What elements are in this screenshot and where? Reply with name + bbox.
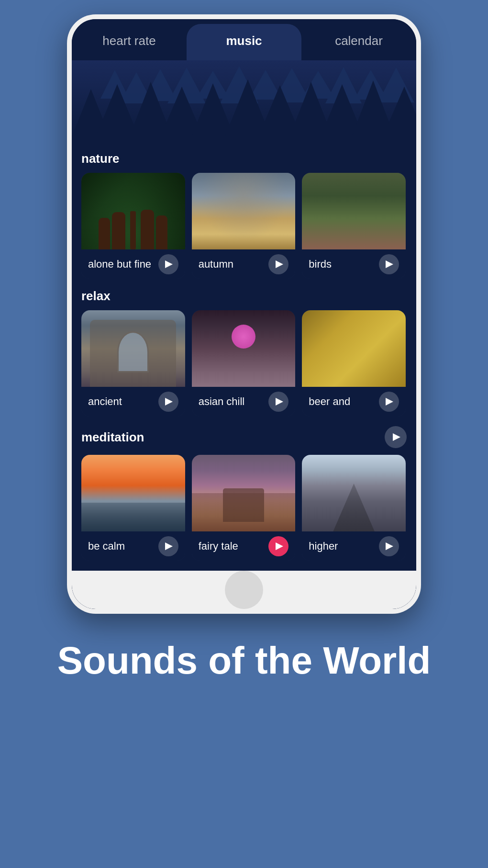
card-alone-but-fine[interactable]: alone but fine: [81, 173, 185, 279]
section-relax-title: relax: [81, 289, 407, 304]
card-alone-but-fine-footer: alone but fine: [81, 249, 185, 279]
card-fairy-tale[interactable]: fairy tale: [192, 455, 296, 561]
phone-screen: heart rate music calendar: [72, 19, 416, 609]
nature-cards-row: alone but fine autumn: [81, 173, 407, 279]
card-alone-but-fine-image: [81, 173, 185, 249]
card-fairy-tale-image: [192, 455, 296, 531]
play-button-higher[interactable]: [379, 536, 399, 556]
forest-silhouette: [72, 60, 416, 137]
section-meditation-title: meditation: [81, 430, 144, 445]
play-button-alone-but-fine[interactable]: [158, 254, 178, 274]
play-button-be-calm[interactable]: [158, 536, 178, 556]
play-button-birds[interactable]: [379, 254, 399, 274]
card-fairy-tale-label: fairy tale: [199, 540, 238, 552]
card-higher[interactable]: higher: [302, 455, 406, 561]
section-meditation: meditation be calm: [81, 426, 407, 561]
card-autumn[interactable]: autumn: [192, 173, 296, 279]
card-be-calm-image: [81, 455, 185, 531]
play-icon: [165, 542, 173, 550]
tab-heart-rate[interactable]: heart rate: [72, 24, 187, 60]
section-meditation-header: meditation: [81, 426, 407, 448]
card-asian-chill[interactable]: asian chill: [192, 310, 296, 417]
section-meditation-play-button[interactable]: [385, 426, 407, 448]
relax-cards-row: ancient asian chill: [81, 310, 407, 417]
play-icon: [276, 260, 283, 268]
card-higher-footer: higher: [302, 531, 406, 561]
card-birds-footer: birds: [302, 249, 406, 279]
section-nature-title: nature: [81, 151, 407, 166]
card-beer-footer: beer and: [302, 387, 406, 417]
card-fairy-tale-footer: fairy tale: [192, 531, 296, 561]
card-ancient[interactable]: ancient: [81, 310, 185, 417]
card-higher-image: [302, 455, 406, 531]
play-icon: [276, 398, 283, 406]
banner-area: [72, 60, 416, 137]
section-relax: relax ancient as: [81, 289, 407, 417]
play-icon: [386, 398, 393, 406]
card-autumn-footer: autumn: [192, 249, 296, 279]
card-ancient-footer: ancient: [81, 387, 185, 417]
play-icon: [386, 260, 393, 268]
tagline: Sounds of the World: [38, 614, 450, 712]
tab-calendar[interactable]: calendar: [301, 24, 416, 60]
card-be-calm[interactable]: be calm: [81, 455, 185, 561]
play-button-ancient[interactable]: [158, 392, 178, 412]
card-beer-and[interactable]: beer and: [302, 310, 406, 417]
card-beer-label: beer and: [309, 395, 350, 408]
play-icon: [386, 542, 393, 550]
play-button-autumn[interactable]: [268, 254, 288, 274]
card-asian-chill-image: [192, 310, 296, 387]
card-autumn-image: [192, 173, 296, 249]
play-icon: [393, 433, 400, 441]
play-icon: [165, 398, 173, 406]
tab-bar: heart rate music calendar: [72, 19, 416, 60]
card-asian-chill-label: asian chill: [199, 395, 245, 408]
play-button-asian-chill[interactable]: [268, 392, 288, 412]
card-higher-label: higher: [309, 540, 338, 552]
play-icon: [165, 260, 173, 268]
card-alone-but-fine-label: alone but fine: [88, 258, 151, 271]
play-button-fairy-tale[interactable]: [268, 536, 288, 556]
content-area: nature alone but fine: [72, 137, 416, 571]
card-be-calm-footer: be calm: [81, 531, 185, 561]
phone-frame: heart rate music calendar: [67, 14, 421, 614]
tab-music[interactable]: music: [187, 24, 301, 60]
card-ancient-label: ancient: [88, 395, 122, 408]
card-be-calm-label: be calm: [88, 540, 125, 552]
meditation-cards-row: be calm fairy tale: [81, 455, 407, 561]
section-nature: nature alone but fine: [81, 151, 407, 279]
card-asian-chill-footer: asian chill: [192, 387, 296, 417]
play-icon: [276, 542, 283, 550]
phone-home-area: [72, 571, 416, 609]
card-ancient-image: [81, 310, 185, 387]
card-birds-label: birds: [309, 258, 332, 271]
play-button-beer[interactable]: [379, 392, 399, 412]
card-birds[interactable]: birds: [302, 173, 406, 279]
card-birds-image: [302, 173, 406, 249]
card-autumn-label: autumn: [199, 258, 233, 271]
card-beer-image: [302, 310, 406, 387]
home-button[interactable]: [225, 571, 263, 609]
